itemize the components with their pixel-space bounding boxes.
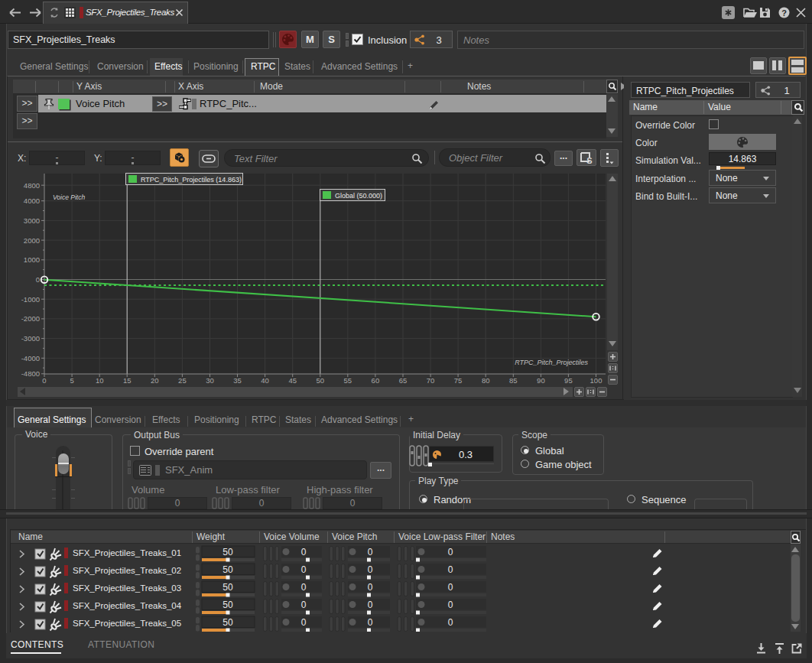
svg-text:55: 55 — [344, 376, 352, 385]
svg-text:-3000: -3000 — [21, 334, 40, 343]
svg-text:75: 75 — [454, 376, 463, 385]
svg-text:40: 40 — [261, 376, 269, 385]
svg-text:60: 60 — [372, 376, 380, 385]
svg-text:15: 15 — [123, 376, 132, 385]
svg-text:Voice Pitch: Voice Pitch — [53, 193, 85, 201]
svg-text:0: 0 — [36, 275, 40, 284]
svg-text:-1000: -1000 — [21, 295, 40, 304]
svg-text:S: S — [586, 156, 592, 164]
svg-text:10: 10 — [96, 376, 104, 385]
svg-text:90: 90 — [537, 376, 545, 385]
svg-text:95: 95 — [564, 376, 573, 385]
svg-text:100: 100 — [590, 376, 603, 385]
svg-text:3000: 3000 — [24, 216, 40, 225]
svg-text:5: 5 — [70, 376, 73, 385]
svg-text:-4800: -4800 — [21, 369, 40, 378]
svg-text:1000: 1000 — [24, 255, 40, 264]
svg-text:4800: 4800 — [24, 181, 40, 190]
svg-text:30: 30 — [206, 376, 214, 385]
svg-text:70: 70 — [427, 376, 435, 385]
svg-text:?: ? — [781, 8, 787, 18]
svg-text:25: 25 — [178, 376, 187, 385]
svg-text:50: 50 — [317, 376, 325, 385]
svg-text:-4000: -4000 — [21, 354, 40, 362]
svg-text:0: 0 — [42, 376, 46, 385]
svg-text:-2000: -2000 — [21, 314, 40, 323]
svg-text:20: 20 — [151, 376, 159, 385]
svg-text:35: 35 — [233, 376, 242, 385]
svg-text:4000: 4000 — [24, 197, 40, 205]
svg-text:65: 65 — [399, 376, 408, 385]
svg-text:2000: 2000 — [24, 236, 40, 245]
svg-text:RTPC_Pitch_Projectiles: RTPC_Pitch_Projectiles — [515, 359, 588, 366]
svg-text:80: 80 — [482, 376, 490, 385]
svg-text:85: 85 — [509, 376, 518, 385]
svg-text:45: 45 — [288, 376, 297, 385]
